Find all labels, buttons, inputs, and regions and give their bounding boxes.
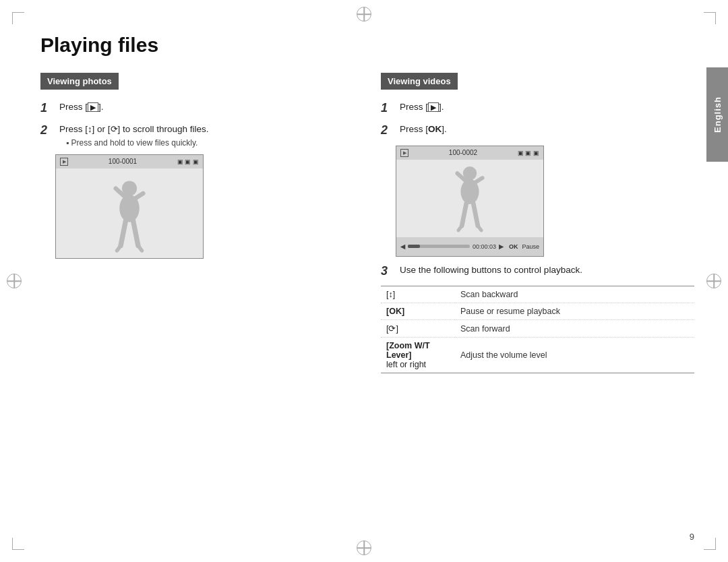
step-1-text: Press [▶].: [59, 100, 104, 114]
language-label: English: [712, 96, 723, 133]
viewing-videos-header: Viewing videos: [381, 73, 458, 90]
step-2-sub: Press and hold to view files quickly.: [59, 138, 209, 148]
photo-status-icons: ▣ ▣ ▣: [177, 158, 199, 165]
video-preview-bottombar: ◀ 00:00:03 ▶ OK Pause: [396, 237, 543, 256]
video-progress-bar: [408, 245, 470, 248]
video-play-icon: ▶: [400, 149, 408, 157]
step-2-text: Press [↕] or [⟳] to scroll through files…: [59, 124, 209, 134]
step-number-2: 2: [40, 123, 55, 138]
step-v3-text: Use the following buttons to control pla…: [400, 263, 582, 277]
video-status-icons: ▣ ▣ ▣: [518, 150, 539, 156]
table-row: [OK] Pause or resume playback: [381, 303, 694, 320]
step-1-videos: 1 Press [▶].: [381, 100, 694, 116]
svg-line-4: [121, 220, 125, 245]
crosshair-bottom: [357, 540, 371, 555]
video-progress-fill: [408, 245, 420, 248]
control-action-2: Pause or resume playback: [455, 303, 694, 320]
viewing-photos-section: Viewing photos 1 Press [▶]. 2 Press [↕] …: [40, 73, 354, 373]
svg-line-15: [478, 226, 481, 230]
play-icon: ▶: [60, 158, 68, 166]
video-preview-topbar: ▶ 100-0002 ▣ ▣ ▣: [396, 146, 543, 160]
step-v1-number: 1: [381, 100, 396, 116]
step-v3-number: 3: [381, 263, 396, 279]
person-silhouette: [102, 177, 156, 258]
step-v1-text: Press [▶].: [400, 100, 444, 114]
svg-line-5: [133, 220, 138, 245]
page-title: Playing files: [40, 34, 694, 57]
video-preview: ▶ 100-0002 ▣ ▣ ▣ ◀: [396, 146, 544, 257]
language-tab: English: [706, 67, 728, 162]
page-number: 9: [690, 532, 694, 542]
control-action-4: Adjust the volume level: [455, 338, 694, 373]
crosshair-left: [7, 274, 22, 288]
step-v2-text: Press [OK].: [400, 123, 447, 136]
corner-mark-tl: [12, 12, 24, 24]
controls-table: [↕] Scan backward [OK] Pause or resume p…: [381, 286, 694, 373]
ok-label: OK: [509, 243, 518, 250]
step-number-1: 1: [40, 100, 55, 116]
crosshair-top: [357, 7, 371, 22]
corner-mark-bl: [12, 538, 24, 550]
crosshair-right: [706, 274, 721, 288]
video-timecode: 00:00:03: [473, 243, 496, 250]
controls-table-body: [↕] Scan backward [OK] Pause or resume p…: [381, 286, 694, 373]
step-2-videos: 2 Press [OK].: [381, 123, 694, 138]
control-button-3: [⟳]: [381, 320, 455, 338]
step-3-videos: 3 Use the following buttons to control p…: [381, 263, 694, 279]
table-row: [⟳] Scan forward: [381, 320, 694, 338]
table-row: [Zoom W/T Lever]left or right Adjust the…: [381, 338, 694, 373]
control-button-1: [↕]: [381, 286, 455, 303]
svg-line-12: [462, 203, 466, 226]
svg-line-7: [138, 245, 142, 250]
corner-mark-tr: [704, 12, 716, 24]
viewing-videos-section: Viewing videos 1 Press [▶]. 2 Press [OK]…: [381, 73, 694, 373]
video-prev-btn: ◀: [400, 243, 405, 250]
step-1-photos: 1 Press [▶].: [40, 100, 354, 116]
control-button-4: [Zoom W/T Lever]left or right: [381, 338, 455, 373]
svg-line-13: [473, 203, 478, 226]
step-2-photos: 2 Press [↕] or [⟳] to scroll through fil…: [40, 123, 354, 147]
step-v2-number: 2: [381, 123, 396, 138]
corner-mark-br: [704, 538, 716, 550]
svg-line-6: [117, 245, 121, 250]
table-row: [↕] Scan backward: [381, 286, 694, 303]
viewing-photos-header: Viewing photos: [40, 73, 119, 90]
video-person-silhouette: [443, 163, 497, 237]
svg-line-14: [458, 226, 462, 230]
video-next-btn: ▶: [499, 243, 504, 250]
photo-preview-topbar: ▶ 100-0001 ▣ ▣ ▣: [56, 155, 203, 168]
step-2-content: Press [↕] or [⟳] to scroll through files…: [59, 123, 209, 147]
pause-label: Pause: [522, 243, 539, 250]
photo-preview: ▶ 100-0001 ▣ ▣ ▣: [55, 154, 204, 259]
video-filename: 100-0002: [449, 149, 477, 156]
control-action-1: Scan backward: [455, 286, 694, 303]
photo-filename: 100-0001: [109, 158, 137, 165]
control-action-3: Scan forward: [455, 320, 694, 338]
main-content: Playing files Viewing photos 1 Press [▶]…: [40, 34, 694, 528]
control-button-2: [OK]: [381, 303, 455, 320]
two-column-layout: Viewing photos 1 Press [▶]. 2 Press [↕] …: [40, 73, 694, 373]
